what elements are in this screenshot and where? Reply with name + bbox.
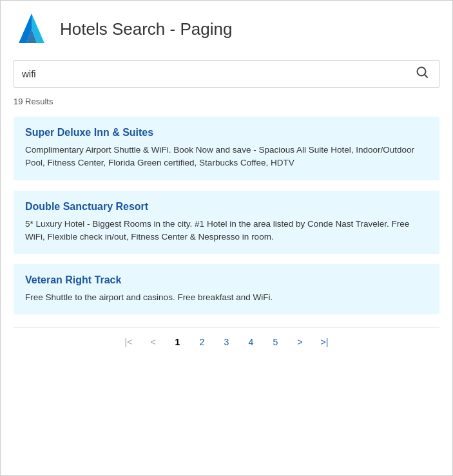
result-card: Super Deluxe Inn & SuitesComplimentary A… bbox=[14, 117, 439, 180]
result-description: Complimentary Airport Shuttle & WiFi. Bo… bbox=[25, 144, 428, 170]
result-title[interactable]: Super Deluxe Inn & Suites bbox=[25, 127, 428, 138]
pagination-next[interactable]: > bbox=[293, 334, 308, 350]
app-logo bbox=[14, 11, 50, 47]
result-card: Veteran Right TrackFree Shuttle to the a… bbox=[14, 264, 439, 314]
pagination: |< < 1 2 3 4 5 > >| bbox=[14, 327, 439, 360]
search-button[interactable] bbox=[413, 66, 431, 82]
result-title[interactable]: Double Sanctuary Resort bbox=[25, 201, 428, 213]
search-icon bbox=[416, 66, 429, 79]
pagination-page-1[interactable]: 1 bbox=[170, 334, 186, 350]
result-card: Double Sanctuary Resort5* Luxury Hotel -… bbox=[14, 191, 439, 254]
pagination-prev[interactable]: < bbox=[146, 334, 161, 350]
pagination-page-4[interactable]: 4 bbox=[244, 334, 259, 350]
pagination-page-2[interactable]: 2 bbox=[195, 334, 210, 350]
result-title[interactable]: Veteran Right Track bbox=[25, 274, 428, 286]
svg-line-4 bbox=[425, 75, 427, 77]
result-description: 5* Luxury Hotel - Biggest Rooms in the c… bbox=[25, 218, 428, 244]
pagination-first[interactable]: |< bbox=[121, 334, 137, 350]
search-input[interactable] bbox=[22, 68, 413, 79]
result-description: Free Shuttle to the airport and casinos.… bbox=[25, 291, 428, 304]
pagination-last[interactable]: >| bbox=[317, 334, 333, 350]
search-bar bbox=[14, 60, 439, 88]
hotel-list: Super Deluxe Inn & SuitesComplimentary A… bbox=[14, 117, 439, 314]
results-count: 19 Results bbox=[14, 97, 439, 106]
page-title: Hotels Search - Paging bbox=[60, 19, 232, 39]
app-header: Hotels Search - Paging bbox=[14, 11, 439, 47]
pagination-page-5[interactable]: 5 bbox=[268, 334, 284, 350]
pagination-page-3[interactable]: 3 bbox=[219, 334, 235, 350]
